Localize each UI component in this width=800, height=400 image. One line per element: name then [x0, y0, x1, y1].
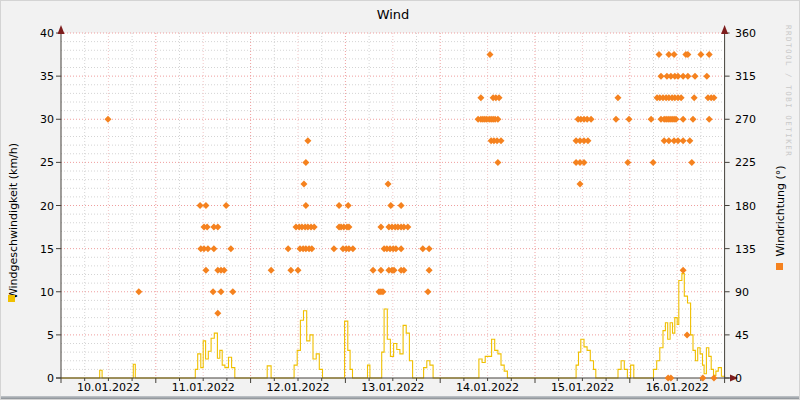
rrdtool-watermark: RRDTOOL / TOBI OETIKER	[784, 25, 793, 255]
plot-svg: 0510152025303540045901351802252703153601…	[1, 1, 800, 400]
y-right-tick-label: 180	[735, 200, 756, 213]
y-right-tick-label: 315	[735, 70, 756, 83]
y-right-tick-label: 135	[735, 243, 756, 256]
y-right-tick-label: 270	[735, 113, 756, 126]
y-left-tick-label: 20	[40, 200, 54, 213]
bottom-bevel-border	[1, 396, 799, 399]
x-date-label: 11.01.2022	[172, 381, 235, 394]
x-date-label: 16.01.2022	[646, 381, 709, 394]
y-left-tick-label: 25	[40, 156, 54, 169]
y-left-tick-label: 0	[47, 372, 54, 385]
direction-legend-square	[776, 263, 783, 270]
x-date-label: 14.01.2022	[456, 381, 519, 394]
y-right-tick-label: 360	[735, 27, 756, 40]
x-date-label: 12.01.2022	[267, 381, 330, 394]
y-right-tick-label: 45	[735, 329, 749, 342]
x-date-label: 13.01.2022	[361, 381, 424, 394]
y-left-tick-label: 15	[40, 243, 54, 256]
y-right-tick-label: 225	[735, 156, 756, 169]
wind-chart-window: Wind Windgeschwindigkeit (km/h) Windrich…	[0, 0, 800, 400]
y-left-tick-label: 40	[40, 27, 54, 40]
x-date-label: 10.01.2022	[77, 381, 140, 394]
y-right-tick-label: 0	[735, 372, 742, 385]
y-left-tick-label: 10	[40, 286, 54, 299]
chart-title: Wind	[61, 7, 725, 22]
y-axis-label-left: Windgeschwindigkeit (km/h)	[7, 49, 21, 394]
y-right-tick-label: 90	[735, 286, 749, 299]
speed-legend-square	[8, 295, 15, 302]
y-left-tick-label: 30	[40, 113, 54, 126]
y-left-tick-label: 35	[40, 70, 54, 83]
y-left-tick-label: 5	[47, 329, 54, 342]
x-date-label: 15.01.2022	[551, 381, 614, 394]
